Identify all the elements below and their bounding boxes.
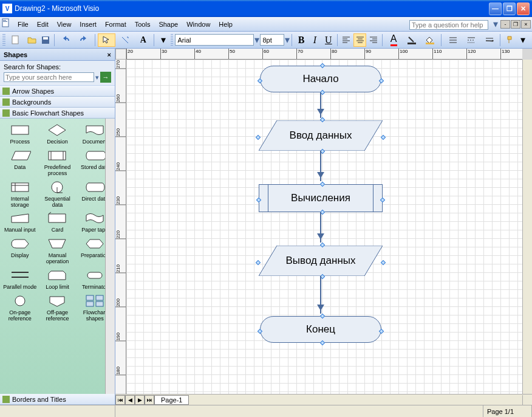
scroll-corner	[522, 395, 532, 405]
mdi-minimize-button[interactable]: -	[500, 20, 510, 29]
shape-master-decision[interactable]: Decision	[39, 121, 77, 146]
vertical-scrollbar[interactable]	[522, 60, 532, 394]
mdi-close-button[interactable]: ×	[521, 20, 531, 29]
svg-rect-2	[3, 21, 7, 22]
italic-button[interactable]: I	[309, 33, 321, 47]
shape-master-display[interactable]: Display	[1, 235, 39, 266]
shape-master-internal-storage[interactable]: Internal storage	[1, 178, 39, 210]
help-dropdown-icon[interactable]: ▾	[493, 18, 498, 30]
new-button[interactable]	[7, 33, 25, 47]
open-button[interactable]	[26, 33, 38, 47]
toolbar: A ▾ ▾ ▾ B I U A ▾	[0, 32, 532, 49]
line-ends-button[interactable]	[480, 33, 498, 47]
font-size-combo[interactable]	[260, 34, 284, 46]
menu-file[interactable]: File	[13, 19, 33, 30]
stencil-arrow-shapes[interactable]: Arrow Shapes	[0, 86, 115, 97]
stencil-backgrounds[interactable]: Backgrounds	[0, 97, 115, 108]
nav-last-button[interactable]: ⏭	[145, 395, 154, 405]
shapes-panel-close-icon[interactable]: ×	[107, 51, 111, 58]
menu-shape[interactable]: Shape	[154, 19, 182, 30]
shape-master-manual-operation[interactable]: Manual operation	[39, 235, 77, 266]
text-tool-button[interactable]: A	[134, 33, 152, 47]
toolbar-grip-icon[interactable]	[2, 34, 5, 46]
menu-insert[interactable]: Insert	[75, 19, 101, 30]
stencil-basic-flowchart[interactable]: Basic Flowchart Shapes	[0, 108, 115, 119]
toolbar-options-icon[interactable]: ▾	[517, 33, 530, 47]
toolbar-grip-icon[interactable]	[171, 34, 174, 46]
shape-master-manual-input[interactable]: Manual input	[1, 209, 39, 235]
shape-master-sequential-data[interactable]: Sequential data	[39, 178, 77, 210]
flowchart-connector[interactable]	[320, 276, 321, 314]
undo-button[interactable]	[57, 33, 75, 47]
page-tab[interactable]: Page-1	[154, 395, 189, 405]
shapes-search-label: Search for Shapes:	[4, 63, 111, 71]
ruler-horizontal[interactable]: 2030405060708090100110120130	[126, 49, 522, 60]
shape-master-parallel-mode[interactable]: Parallel mode	[1, 266, 39, 292]
flowchart-process[interactable]: Вычисления	[259, 184, 383, 212]
dropdown-icon[interactable]: ▾	[254, 34, 259, 46]
connector-tool-button[interactable]	[116, 33, 134, 47]
flowchart-end[interactable]: Конец	[260, 316, 381, 343]
shape-master-card[interactable]: Card	[39, 209, 77, 235]
flowchart-output-label: Вывод данных	[286, 255, 356, 267]
shapes-search-go-button[interactable]: →	[100, 72, 111, 83]
ruler-vertical[interactable]: 270260250240230220210200190180	[115, 60, 126, 394]
drawing-canvas[interactable]: Начало Ввод данных Вычисления	[126, 60, 522, 394]
flowchart-connector[interactable]	[320, 212, 321, 243]
shape-master-on-page-reference[interactable]: On-page reference	[1, 292, 39, 323]
pointer-tool-button[interactable]	[98, 33, 115, 47]
svg-rect-12	[12, 183, 29, 191]
flowchart-connector[interactable]	[320, 151, 321, 181]
flowchart-connector[interactable]	[320, 92, 321, 118]
align-center-button[interactable]	[353, 33, 366, 47]
format-painter-button[interactable]	[503, 33, 516, 47]
fill-color-button[interactable]	[421, 33, 439, 47]
font-name-combo[interactable]	[175, 34, 254, 46]
svg-rect-19	[87, 272, 102, 278]
shape-master-data[interactable]: Data	[1, 146, 39, 178]
flowchart-input[interactable]: Ввод данных	[259, 120, 383, 151]
minimize-button[interactable]: —	[489, 2, 502, 15]
dropdown-icon[interactable]: ▾	[285, 34, 290, 46]
menu-edit[interactable]: Edit	[33, 19, 53, 30]
menu-help[interactable]: Help	[214, 19, 237, 30]
toolbar-options-icon[interactable]: ▾	[157, 33, 169, 47]
nav-prev-button[interactable]: ◀	[125, 395, 135, 405]
flowchart-output[interactable]: Вывод данных	[259, 246, 383, 276]
flowchart-start[interactable]: Начало	[260, 66, 381, 92]
line-pattern-button[interactable]	[462, 33, 480, 47]
shape-master-off-page-reference[interactable]: Off-page reference	[39, 292, 77, 323]
font-color-button[interactable]: A	[385, 33, 403, 47]
document-icon[interactable]	[1, 18, 13, 30]
shapes-search-input[interactable]	[4, 72, 94, 82]
stencil-borders-titles[interactable]: Borders and Titles	[0, 394, 115, 405]
shape-master-process[interactable]: Process	[1, 121, 39, 146]
redo-button[interactable]	[75, 33, 93, 47]
dropdown-icon[interactable]: ▾	[95, 74, 99, 81]
align-right-button[interactable]	[367, 33, 380, 47]
menu-tools[interactable]: Tools	[131, 19, 155, 30]
help-search-input[interactable]	[409, 20, 488, 30]
bold-button[interactable]: B	[295, 33, 307, 47]
save-button[interactable]	[39, 33, 52, 47]
canvas-area: 2030405060708090100110120130 27026025024…	[115, 49, 532, 405]
shapes-panel: Shapes × Search for Shapes: ▾ → Arrow Sh…	[0, 49, 115, 405]
menu-format[interactable]: Format	[101, 19, 131, 30]
line-color-button[interactable]	[403, 33, 421, 47]
align-left-button[interactable]	[340, 33, 353, 47]
maximize-button[interactable]: ❐	[503, 2, 516, 15]
mdi-restore-button[interactable]: ❐	[511, 20, 520, 29]
nav-first-button[interactable]: ⏮	[115, 395, 125, 405]
shape-master-loop-limit[interactable]: Loop limit	[39, 266, 77, 292]
shapes-scrollbar[interactable]	[105, 119, 115, 394]
status-cell	[0, 405, 115, 417]
nav-next-button[interactable]: ▶	[135, 395, 145, 405]
shape-master-predefined-process[interactable]: Predefined process	[39, 146, 77, 178]
menu-view[interactable]: View	[53, 19, 76, 30]
underline-button[interactable]: U	[322, 33, 335, 47]
svg-rect-3	[12, 36, 18, 44]
menu-window[interactable]: Window	[182, 19, 214, 30]
close-button[interactable]: ✕	[517, 2, 530, 15]
window-title: Drawing2 - Microsoft Visio	[15, 4, 489, 13]
line-weight-button[interactable]	[444, 33, 462, 47]
